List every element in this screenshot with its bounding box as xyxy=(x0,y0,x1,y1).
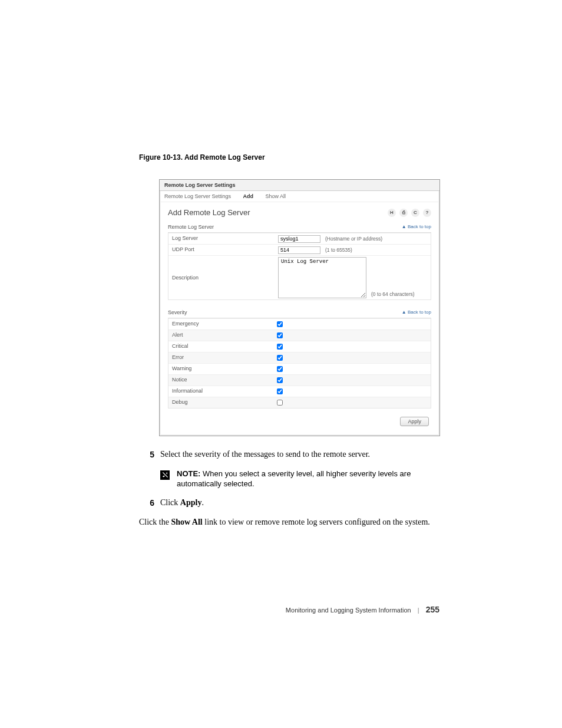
help-icon[interactable]: ? xyxy=(423,209,431,217)
severity-checkbox[interactable] xyxy=(277,366,283,372)
severity-row: Critical xyxy=(168,341,431,352)
window-title: Remote Log Server Settings xyxy=(160,180,439,191)
severity-label: Debug xyxy=(168,397,276,408)
severity-label: Emergency xyxy=(168,319,276,330)
tab-add[interactable]: Add xyxy=(243,193,254,199)
udp-port-label: UDP Port xyxy=(168,245,276,255)
paragraph: Click the Show All link to view or remov… xyxy=(139,517,439,528)
severity-row: Error xyxy=(168,352,431,363)
severity-checkbox[interactable] xyxy=(277,332,283,338)
severity-row: Emergency xyxy=(168,318,431,330)
severity-label: Informational xyxy=(168,386,276,397)
section-title-remote: Remote Log Server xyxy=(168,224,214,230)
footer-page-number: 255 xyxy=(426,605,439,614)
severity-row: Warning xyxy=(168,363,431,374)
step-5-number: 5 xyxy=(139,449,160,460)
severity-checkbox[interactable] xyxy=(277,344,283,350)
severity-label: Error xyxy=(168,353,276,363)
footer-chapter: Monitoring and Logging System Informatio… xyxy=(286,607,411,614)
severity-checkbox[interactable] xyxy=(277,377,283,383)
figure-caption: Figure 10-13. Add Remote Log Server xyxy=(139,153,439,162)
log-server-input[interactable] xyxy=(278,235,320,243)
severity-label: Notice xyxy=(168,375,276,386)
severity-row: Informational xyxy=(168,386,431,397)
back-to-top-link[interactable]: ▲ Back to top xyxy=(402,224,431,230)
note-icon xyxy=(160,470,170,480)
page-footer: Monitoring and Logging System Informatio… xyxy=(139,605,439,614)
description-label: Description xyxy=(168,256,276,299)
tab-settings[interactable]: Remote Log Server Settings xyxy=(164,193,231,199)
tab-show-all[interactable]: Show All xyxy=(266,193,286,199)
severity-row: Alert xyxy=(168,330,431,341)
save-icon[interactable]: H xyxy=(388,209,396,217)
severity-table: EmergencyAlertCriticalErrorWarningNotice… xyxy=(168,318,431,409)
note-label: NOTE: xyxy=(177,469,200,478)
udp-port-hint: (1 to 65535) xyxy=(325,247,352,253)
apply-bold: Apply xyxy=(180,498,202,507)
udp-port-input[interactable] xyxy=(278,246,320,254)
back-to-top-link-2[interactable]: ▲ Back to top xyxy=(402,309,431,315)
apply-button[interactable]: Apply xyxy=(400,417,429,426)
print-icon[interactable]: ⎙ xyxy=(399,209,408,217)
severity-checkbox[interactable] xyxy=(277,400,283,406)
show-all-bold: Show All xyxy=(171,518,202,526)
severity-checkbox[interactable] xyxy=(277,321,283,327)
page-title: Add Remote Log Server xyxy=(168,208,250,217)
screenshot-container: Remote Log Server Settings Remote Log Se… xyxy=(159,179,440,436)
step-6-text: Click Apply. xyxy=(160,498,439,509)
tab-bar: Remote Log Server Settings Add Show All xyxy=(160,191,439,202)
description-input[interactable]: Unix Log Server xyxy=(278,257,366,298)
description-hint: (0 to 64 characters) xyxy=(371,291,415,297)
step-6-number: 6 xyxy=(139,498,160,509)
severity-row: Debug xyxy=(168,397,431,408)
severity-checkbox[interactable] xyxy=(277,355,283,361)
section-title-severity: Severity xyxy=(168,309,187,315)
step-5-text: Select the severity of the messages to s… xyxy=(160,449,439,460)
severity-label: Alert xyxy=(168,330,276,341)
severity-checkbox[interactable] xyxy=(277,388,283,394)
log-server-hint: (Hostname or IP address) xyxy=(325,236,382,242)
note-block: NOTE: When you select a severity level, … xyxy=(160,469,439,489)
severity-row: Notice xyxy=(168,374,431,386)
refresh-icon[interactable]: C xyxy=(411,209,419,217)
severity-label: Warning xyxy=(168,364,276,374)
note-text: When you select a severity level, all hi… xyxy=(177,469,411,489)
log-server-label: Log Server xyxy=(168,233,276,244)
toolbar-icons: H ⎙ C ? xyxy=(388,209,431,217)
severity-label: Critical xyxy=(168,341,276,352)
